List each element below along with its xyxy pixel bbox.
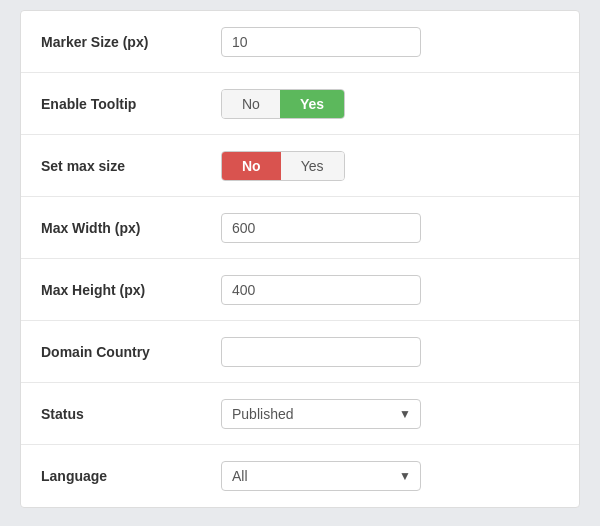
max-size-yes-button[interactable]: Yes xyxy=(281,152,344,180)
language-select[interactable]: All English French Spanish xyxy=(221,461,421,491)
max-width-input[interactable] xyxy=(221,213,421,243)
tooltip-yes-button[interactable]: Yes xyxy=(280,90,344,118)
max-height-control xyxy=(221,275,559,305)
enable-tooltip-control: No Yes xyxy=(221,89,559,119)
status-control: Published Draft Archived ▼ xyxy=(221,399,559,429)
set-max-size-control: No Yes xyxy=(221,151,559,181)
language-label: Language xyxy=(41,468,221,484)
max-height-row: Max Height (px) xyxy=(21,259,579,321)
domain-country-control xyxy=(221,337,559,367)
status-select[interactable]: Published Draft Archived xyxy=(221,399,421,429)
marker-size-row: Marker Size (px) xyxy=(21,11,579,73)
set-max-size-label: Set max size xyxy=(41,158,221,174)
status-row: Status Published Draft Archived ▼ xyxy=(21,383,579,445)
marker-size-input[interactable] xyxy=(221,27,421,57)
max-height-input[interactable] xyxy=(221,275,421,305)
language-row: Language All English French Spanish ▼ xyxy=(21,445,579,507)
set-max-size-toggle: No Yes xyxy=(221,151,345,181)
domain-country-input[interactable] xyxy=(221,337,421,367)
set-max-size-row: Set max size No Yes xyxy=(21,135,579,197)
status-select-wrapper: Published Draft Archived ▼ xyxy=(221,399,421,429)
domain-country-label: Domain Country xyxy=(41,344,221,360)
max-width-label: Max Width (px) xyxy=(41,220,221,236)
status-label: Status xyxy=(41,406,221,422)
marker-size-label: Marker Size (px) xyxy=(41,34,221,50)
marker-size-control xyxy=(221,27,559,57)
enable-tooltip-toggle: No Yes xyxy=(221,89,345,119)
max-width-control xyxy=(221,213,559,243)
settings-form: Marker Size (px) Enable Tooltip No Yes S… xyxy=(20,10,580,508)
enable-tooltip-label: Enable Tooltip xyxy=(41,96,221,112)
tooltip-no-button[interactable]: No xyxy=(222,90,280,118)
language-select-wrapper: All English French Spanish ▼ xyxy=(221,461,421,491)
max-height-label: Max Height (px) xyxy=(41,282,221,298)
enable-tooltip-row: Enable Tooltip No Yes xyxy=(21,73,579,135)
domain-country-row: Domain Country xyxy=(21,321,579,383)
max-size-no-button[interactable]: No xyxy=(222,152,281,180)
language-control: All English French Spanish ▼ xyxy=(221,461,559,491)
max-width-row: Max Width (px) xyxy=(21,197,579,259)
